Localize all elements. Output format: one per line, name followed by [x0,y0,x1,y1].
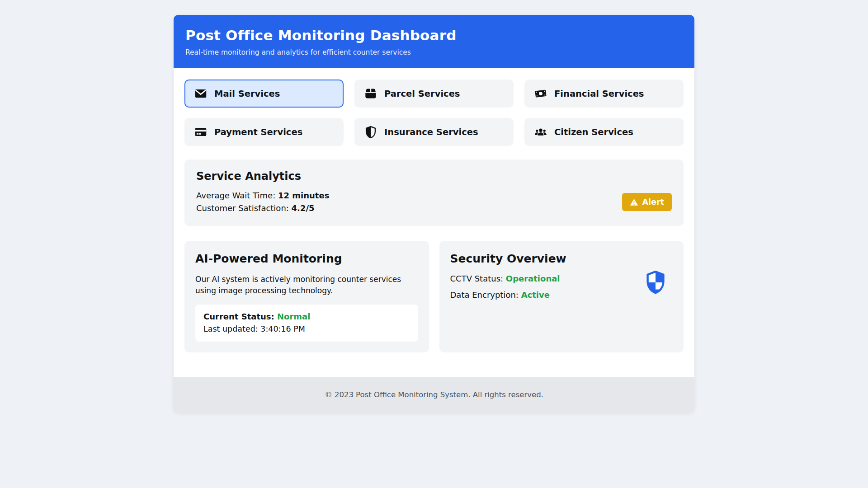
page-subtitle: Real-time monitoring and analytics for e… [185,48,683,56]
security-overview-title: Security Overview [450,252,673,265]
dashboard-header: Post Office Monitoring Dashboard Real-ti… [174,15,694,68]
last-updated-label: Last updated: [203,324,258,333]
mail-icon [194,87,207,100]
service-button-label: Financial Services [554,89,644,99]
data-encryption-line: Data Encryption: Active [450,290,673,300]
security-overview-card: Security Overview CCTV Status: Operation… [439,241,684,352]
banknote-icon [534,87,547,100]
current-status-label: Current Status: [203,312,274,321]
service-button-citizen[interactable]: Citizen Services [524,118,684,146]
current-status-line: Current Status: Normal [203,312,410,321]
service-button-payment[interactable]: Payment Services [184,118,344,146]
ai-monitoring-card: AI-Powered Monitoring Our AI system is a… [184,241,429,352]
service-button-parcel[interactable]: Parcel Services [354,80,514,108]
page-title: Post Office Monitoring Dashboard [185,27,683,43]
service-button-financial[interactable]: Financial Services [524,80,684,108]
services-grid: Mail Services Parcel Services Financial … [184,80,684,146]
security-shield-icon [646,271,665,294]
last-updated-line: Last updated: 3:40:16 PM [203,324,410,333]
ai-monitoring-title: AI-Powered Monitoring [195,252,418,265]
service-button-label: Mail Services [214,89,280,99]
dashboard-content: Mail Services Parcel Services Financial … [174,68,694,377]
ai-monitoring-description: Our AI system is actively monitoring cou… [195,274,418,296]
average-wait-time: Average Wait Time: 12 minutes [196,189,329,202]
customer-satisfaction: Customer Satisfaction: 4.2/5 [196,202,329,215]
average-wait-time-value: 12 minutes [278,191,329,200]
data-encryption-label: Data Encryption: [450,290,519,300]
service-button-label: Payment Services [214,127,302,137]
service-button-label: Citizen Services [554,127,633,137]
service-button-mail[interactable]: Mail Services [184,80,344,108]
service-button-label: Parcel Services [384,89,460,99]
credit-card-icon [194,126,207,138]
current-status-box: Current Status: Normal Last updated: 3:4… [195,305,418,342]
service-button-insurance[interactable]: Insurance Services [354,118,514,146]
average-wait-time-label: Average Wait Time: [196,191,275,200]
customer-satisfaction-value: 4.2/5 [292,203,315,213]
cards-row: AI-Powered Monitoring Our AI system is a… [184,241,684,352]
dashboard-container: Post Office Monitoring Dashboard Real-ti… [174,15,694,413]
warning-triangle-icon [630,198,638,206]
service-analytics-panel: Service Analytics Average Wait Time: 12 … [184,160,684,226]
cctv-status-value: Operational [506,274,560,283]
cctv-status-line: CCTV Status: Operational [450,274,673,283]
footer: © 2023 Post Office Monitoring System. Al… [174,377,694,413]
alert-button-label: Alert [642,197,664,206]
data-encryption-value: Active [521,290,550,300]
analytics-metrics: Average Wait Time: 12 minutes Customer S… [196,189,329,215]
service-button-label: Insurance Services [384,127,478,137]
customer-satisfaction-label: Customer Satisfaction: [196,203,289,213]
last-updated-value: 3:40:16 PM [260,324,305,333]
users-icon [534,126,547,138]
cctv-status-label: CCTV Status: [450,274,504,283]
analytics-row: Average Wait Time: 12 minutes Customer S… [196,189,672,215]
analytics-title: Service Analytics [196,170,672,183]
current-status-value: Normal [277,312,310,321]
parcel-box-icon [364,87,377,100]
footer-text: © 2023 Post Office Monitoring System. Al… [174,390,694,399]
shield-icon [364,126,377,138]
alert-button[interactable]: Alert [622,193,672,211]
